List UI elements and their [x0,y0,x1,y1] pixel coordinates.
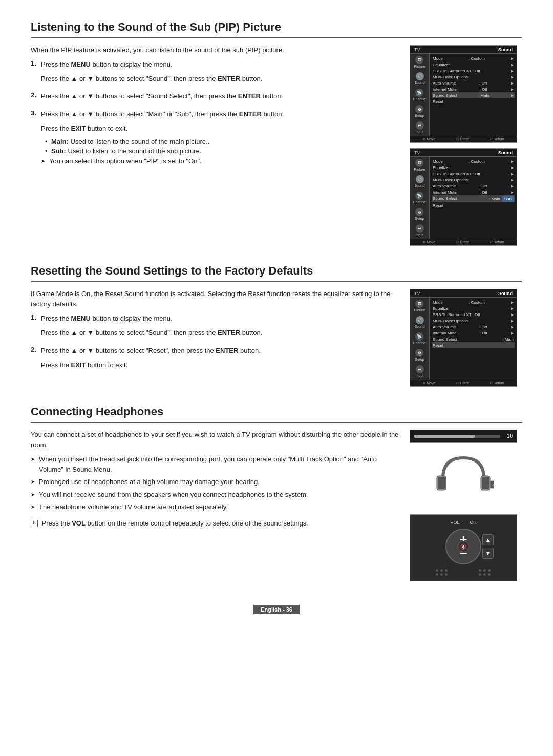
vol-circle: + 🔇 − [445,529,481,564]
footer-enter-1: ⊡ Enter [456,137,469,141]
section-reset-title: Resetting the Sound Settings to the Fact… [31,264,522,282]
reset-step-2-content: Press the ▲ or ▼ buttons to select "Rese… [41,346,399,374]
step-3-exit: Press the EXIT button to exit. [41,123,399,134]
step-2-line1: Press the ▲ or ▼ buttons to select "Soun… [41,91,399,101]
section-reset-image: TV Sound 🖼 Picture 🔊 Sound [410,289,522,387]
vol-track [414,435,500,438]
tv-menu-2-main: Mode : Custom ▶ Equalizer ▶ SRS TruSurro… [430,157,517,239]
ch-arrows: ▲ ▼ [482,534,494,559]
tv-label-reset: TV [414,291,420,296]
section-headphones-text: You can connect a set of headphones to y… [31,430,399,533]
tv-menu-1-sidebar: 🖼 Picture 🔊 Sound 📡 Channel ⚙ [410,54,430,136]
left-dots [436,569,448,576]
reset-menu-bold: MENU [71,314,91,322]
menu1-row-reset: Reset [432,98,515,104]
input-label-2: Input [416,233,424,237]
remote-main-row: + 🔇 − ▲ ▼ [445,529,481,564]
reset-step-1-num: 1. [31,313,38,342]
page-footer: English - 36 [31,600,522,614]
channel-icon-2: 📡 [415,192,423,200]
step-3-enter-bold: ENTER [239,110,262,118]
rsetup-icon: ⚙ [415,349,423,357]
tv-menu-2-sidebar: 🖼 Picture 🔊 Sound 📡 Channel ⚙ [410,157,430,239]
rchannel-icon: 📡 [415,332,423,341]
ch-up-button[interactable]: ▲ [482,534,494,545]
reset-enter-bold-1: ENTER [218,329,240,337]
bullet-sub: Sub: Used to listen to the sound of the … [51,147,399,155]
rsidebar-picture: 🖼 Picture [414,300,426,312]
menu2-row-multi: Multi-Track Options ▶ [432,177,515,183]
rpicture-label: Picture [414,308,426,312]
sidebar2-sound: 🔊 Sound [414,175,424,187]
bullet-main-text: Used to listen to the sound of the main … [69,138,209,145]
sidebar2-input: ↩ Input [416,224,424,237]
pip-note: You can select this option when "PIP" is… [41,156,399,166]
channel-label-2: Channel [413,200,426,204]
tv-menu-2: TV Sound 🖼 Picture 🔊 Sound [410,148,517,246]
rmenu-row-soundselect: Sound Select : Main [432,336,515,342]
setup-icon: ⚙ [415,105,423,113]
headphone-note-4: The headphone volume and TV volume are a… [31,502,399,512]
section-headphones-title: Connecting Headphones [31,405,522,423]
section-headphones-image: 10 2 [410,430,522,581]
headphone-svg: 2 [433,450,494,507]
ch-down-button[interactable]: ▼ [482,548,494,559]
tv-menu-2-body: 🖼 Picture 🔊 Sound 📡 Channel ⚙ [410,157,517,239]
section-headphones-body: You can connect a set of headphones to y… [31,430,522,581]
picture-icon-2: 🖼 [415,159,423,167]
tv-menu-reset-body: 🖼 Picture 🔊 Sound 📡 Channel ⚙ [410,298,517,380]
rmenu-row-srs: SRS TruSurround XT : Off ▶ [432,311,515,318]
volume-bar: 10 [410,430,517,443]
menu2-row-eq: Equalizer ▶ [432,164,515,171]
tv-label-2: TV [414,150,420,155]
setup-label-2: Setup [415,217,424,220]
step-2-num: 2. [31,91,38,106]
menu2-row-reset: Reset [432,202,515,208]
sidebar2-channel: 📡 Channel [413,192,426,204]
input-label: Input [416,130,424,134]
tv-menu-reset: TV Sound 🖼 Picture 🔊 Sound [410,289,517,387]
svg-rect-3 [482,477,489,489]
minus-symbol: − [459,545,467,561]
input-icon-2: ↩ [416,224,424,233]
reset-step-1: 1. Press the MENU button to display the … [31,313,399,342]
section-reset-sound: Resetting the Sound Settings to the Fact… [31,264,522,387]
reset-step-2: 2. Press the ▲ or ▼ buttons to select "R… [31,346,399,374]
menu2-row-internal: Internal Mute : Off ▶ [432,189,515,195]
svg-rect-2 [438,477,445,489]
sidebar-picture: 🖼 Picture [414,56,426,68]
tv-menu-reset-header: TV Sound [410,289,517,298]
ch-label: CH [470,520,477,525]
section-pip-intro: When the PIP feature is activated, you c… [31,45,399,55]
section-headphones: Connecting Headphones You can connect a … [31,405,522,581]
tv-menu-reset-footer: ⊕ Move ⊡ Enter ↩ Return [410,380,517,386]
section-pip-text: When the PIP feature is activated, you c… [31,45,399,172]
menu2-row-srs: SRS TruSurround XT : Off ▶ [432,171,515,177]
rsidebar-input: ↩ Input [416,365,424,377]
rsetup-label: Setup [415,358,424,361]
tv-menu-2-footer: ⊕ Move ⊡ Enter ↩ Return [410,239,517,245]
svg-text:2: 2 [492,483,494,487]
bullet-sub-bold: Sub: [51,147,66,155]
step-3: 3. Press the ▲ or ▼ buttons to select "M… [31,109,399,169]
headphone-note-3: You will not receive sound from the spea… [31,490,399,500]
tv-menu-2-header: TV Sound [410,149,517,157]
menu1-row-srs: SRS TruSurround XT : Off ▶ [432,68,515,74]
rmenu-row-auto: Auto Volume : Off ▶ [432,324,515,330]
remote-vol-ch-labels: VOL CH [450,520,476,525]
rinput-icon: ↩ [416,365,424,373]
menu1-row-internal: Internal Mute : Off ▶ [432,86,515,92]
sound-label-sb2: Sound [414,184,424,187]
remote-control: VOL CH + 🔇 − ▲ ▼ [410,514,517,581]
step-1: 1. Press the MENU button to display the … [31,59,399,88]
menu2-row-soundselect: Sound Select : Main Sub [432,195,515,202]
menu1-row-auto: Auto Volume : Off ▶ [432,80,515,86]
footer-enter-r: ⊡ Enter [456,381,469,385]
rsound-icon: 🔊 [416,316,424,324]
sound-label-sb: Sound [414,81,424,85]
rsidebar-sound: 🔊 Sound [414,316,424,328]
footer-return-r: ↩ Return [490,381,504,385]
picture-label: Picture [414,65,426,68]
sub-value-badge: Sub [502,196,514,202]
sidebar-setup: ⚙ Setup [415,105,424,117]
